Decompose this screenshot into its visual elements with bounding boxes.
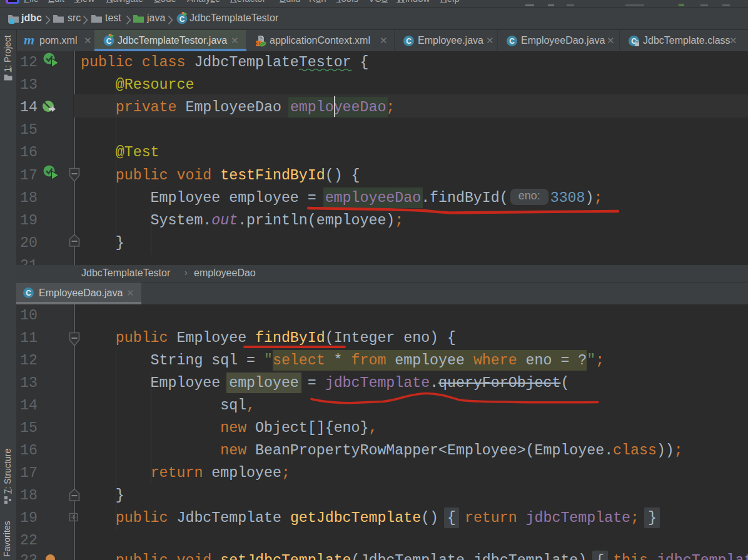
svg-text:C: C: [179, 15, 185, 24]
svg-text:C: C: [509, 37, 515, 46]
svg-text:C: C: [406, 37, 412, 46]
svg-text:C: C: [26, 289, 31, 298]
svg-text:C: C: [106, 37, 112, 46]
